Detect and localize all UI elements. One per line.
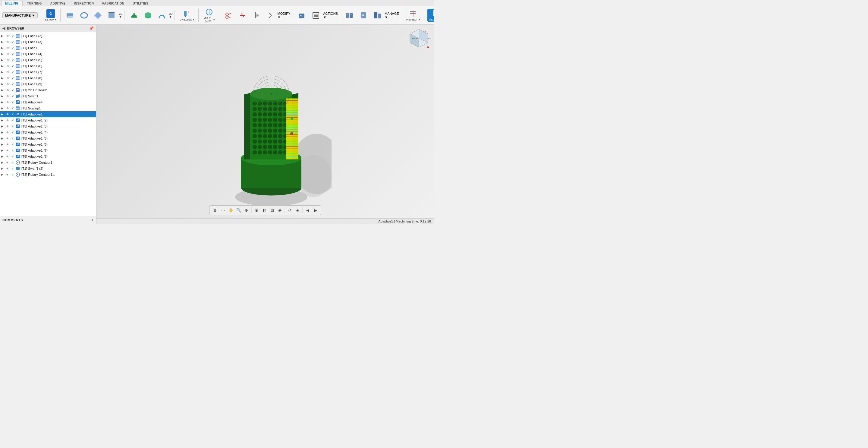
modify-item-1[interactable] bbox=[222, 10, 236, 20]
expand-arrow: ▶ bbox=[1, 89, 5, 92]
vbt-prev[interactable]: ◀ bbox=[304, 207, 311, 214]
svg-point-119 bbox=[273, 112, 277, 116]
sidebar-title: BROWSER bbox=[7, 27, 24, 30]
tree-item-t5_adaptive1_6[interactable]: ▶ 👁 ✔ [T5] Adaptive1 (6) bbox=[0, 141, 96, 147]
2d-item-1[interactable] bbox=[64, 10, 77, 20]
tree-item-t1_face5[interactable]: ▶ 👁 ✔ [T1] Face1 (5) bbox=[0, 57, 96, 63]
2d-item-3[interactable] bbox=[91, 10, 104, 20]
setup-button[interactable]: G SETUP ▼ bbox=[43, 9, 59, 22]
actions-item-2[interactable] bbox=[309, 10, 322, 20]
nav-cube[interactable]: Z RIGHT FRONT bbox=[407, 28, 431, 52]
check-icon: ✔ bbox=[10, 130, 15, 135]
eye-icon: 👁 bbox=[5, 154, 10, 158]
tree-item-t5_adaptive1_7[interactable]: ▶ 👁 ✔ [T5] Adaptive1 (7) bbox=[0, 147, 96, 153]
vbt-next[interactable]: ▶ bbox=[312, 207, 319, 214]
tree-item-t5_adaptive1[interactable]: ▶ 👁 ✔ [T5] Adaptive1 bbox=[0, 111, 96, 117]
tab-fabrication[interactable]: FABRICATION bbox=[98, 1, 128, 6]
vbt-appear[interactable]: ◈ bbox=[294, 207, 301, 214]
tab-additive[interactable]: ADDITIVE bbox=[46, 1, 70, 6]
vbt-orbit[interactable]: ↺ bbox=[286, 207, 293, 214]
group-select: SELECT ▼ bbox=[426, 9, 434, 22]
comments-add-button[interactable]: + bbox=[91, 217, 94, 223]
tree-item-t5_adaptive1_4[interactable]: ▶ 👁 ✔ [T5] Adaptive1 (4) bbox=[0, 129, 96, 136]
eye-icon: 👁 bbox=[5, 142, 10, 147]
2d-item-4[interactable] bbox=[105, 10, 119, 20]
modify-item-4[interactable] bbox=[264, 10, 277, 20]
tree-item-t1_swarf1[interactable]: ▶ 👁 ✔ [T1] Swarf1 bbox=[0, 93, 96, 99]
tree-item-t1_face7[interactable]: ▶ 👁 ✔ [T1] Face1 (7) bbox=[0, 69, 96, 75]
multiaxis-item-1[interactable]: MULTI-AXIS ▼ bbox=[202, 7, 217, 23]
tree-item-t1_swarf1_2[interactable]: ▶ 👁 ✔ [T1] Swarf1 (2) bbox=[0, 166, 96, 172]
tree-item-t1_face8[interactable]: ▶ 👁 ✔ [T1] Face1 (8) bbox=[0, 75, 96, 81]
vbt-fit[interactable]: ▭ bbox=[219, 207, 227, 214]
svg-point-151 bbox=[258, 139, 262, 144]
svg-point-147 bbox=[273, 134, 277, 138]
drilling-item-1[interactable]: + DRILLING ▼ bbox=[178, 9, 196, 22]
tree-item-t5_adaptive1_3[interactable]: ▶ 👁 ✔ [T5] Adaptive1 (3) bbox=[0, 123, 96, 129]
3d-item-1[interactable] bbox=[127, 10, 141, 20]
2d-item-2[interactable] bbox=[78, 10, 91, 20]
tree-item-t5_adaptive1_5[interactable]: ▶ 👁 ✔ [T5] Adaptive1 (5) bbox=[0, 136, 96, 141]
modify-item-2[interactable] bbox=[236, 10, 249, 20]
tree-item-t1_face1[interactable]: ▶ 👁 ✔ [T1] Face1 bbox=[0, 45, 96, 51]
vbt-zoom[interactable]: 🔍 bbox=[235, 207, 242, 214]
manage-item-1[interactable] bbox=[343, 10, 356, 20]
tree-item-t1_2dcontour2[interactable]: ▶ 👁 ✔ [T1] 2D Contour2 bbox=[0, 87, 96, 93]
eye-icon: 👁 bbox=[5, 130, 10, 135]
tree-item-t1_face2[interactable]: ▶ 👁 ✔ [T1] Face1 (2) bbox=[0, 33, 96, 39]
manage-item-3[interactable] bbox=[371, 10, 384, 20]
svg-rect-68 bbox=[16, 76, 20, 80]
tab-utilities[interactable]: UTILITIES bbox=[129, 1, 153, 6]
eye-icon: 👁 bbox=[5, 34, 10, 38]
manufacture-dropdown[interactable]: MANUFACTURE ▼ bbox=[2, 12, 38, 19]
drilling-icon-1: + bbox=[183, 9, 191, 18]
actions-item-1[interactable]: G1 G2 bbox=[296, 10, 309, 20]
svg-text:RIGHT: RIGHT bbox=[427, 38, 431, 39]
multiaxis-label: MULTI-AXIS ▼ bbox=[204, 17, 215, 23]
op-icon-face bbox=[15, 70, 21, 74]
sidebar-collapse-button[interactable]: ◀ bbox=[2, 26, 5, 30]
select-label: SELECT ▼ bbox=[429, 18, 434, 21]
check-icon: ✔ bbox=[10, 40, 15, 44]
tree-item-t5_scallop1[interactable]: ▶ 👁 ✔ [T5] Scallop1 bbox=[0, 105, 96, 111]
tree-item-t1_face9[interactable]: ▶ 👁 ✔ [T1] Face1 (9) bbox=[0, 81, 96, 87]
tree-item-t1_face4[interactable]: ▶ 👁 ✔ [T1] Face1 (4) bbox=[0, 51, 96, 57]
op-icon-swarf bbox=[15, 166, 21, 171]
vbt-nav1[interactable]: ⊕ bbox=[212, 207, 219, 214]
tree-item-t1_face3[interactable]: ▶ 👁 ✔ [T1] Face1 (3) bbox=[0, 39, 96, 45]
3d-item-3[interactable] bbox=[155, 10, 168, 20]
multiaxis-icon-1 bbox=[205, 8, 213, 16]
vbt-pan[interactable]: ✋ bbox=[227, 207, 235, 214]
op-icon-face bbox=[15, 76, 21, 81]
sidebar-pin-button[interactable]: 📌 bbox=[89, 26, 94, 30]
select-item-1[interactable]: SELECT ▼ bbox=[427, 9, 434, 22]
inspect-item-1[interactable]: INSPECT ▼ bbox=[404, 9, 422, 22]
vbt-view4[interactable]: ◉ bbox=[276, 207, 284, 214]
modify-item-3[interactable] bbox=[250, 10, 263, 20]
check-icon: ✔ bbox=[10, 136, 15, 141]
svg-point-124 bbox=[263, 118, 267, 122]
2d-icon-4 bbox=[107, 11, 116, 20]
tree-item-t5_adaptive1_2[interactable]: ▶ 👁 ✔ [T5] Adaptive1 (2) bbox=[0, 117, 96, 123]
viewport[interactable]: Z RIGHT FRONT ⊕ ▭ ✋ 🔍 ⊕ ▣ ◧ ▤ ◉ bbox=[96, 25, 434, 224]
vbt-view3[interactable]: ▤ bbox=[269, 207, 276, 214]
tab-milling[interactable]: MILLING bbox=[1, 1, 23, 6]
expand-arrow: ▶ bbox=[1, 125, 5, 128]
check-icon: ✔ bbox=[10, 64, 15, 68]
tree-item-t3_rotarycontour1[interactable]: ▶ 👁 ✔ [T3] Rotary Contour1... bbox=[0, 172, 96, 178]
vbt-view2[interactable]: ◧ bbox=[261, 207, 268, 214]
tab-turning[interactable]: TURNING bbox=[23, 1, 46, 6]
eye-icon: 👁 bbox=[5, 70, 10, 74]
op-icon-adaptive bbox=[15, 136, 21, 141]
svg-point-131 bbox=[263, 123, 267, 127]
3d-item-2[interactable] bbox=[141, 10, 155, 20]
svg-rect-65 bbox=[16, 70, 20, 74]
manage-item-2[interactable]: G bbox=[357, 10, 370, 20]
tree-item-t5_adaptive1_8[interactable]: ▶ 👁 ✔ [T5] Adaptive1 (8) bbox=[0, 153, 96, 159]
tab-inspection[interactable]: INSPECTION bbox=[70, 1, 98, 6]
vbt-zoomregion[interactable]: ⊕ bbox=[243, 207, 250, 214]
tree-item-t1_rotarycontour1[interactable]: ▶ 👁 ✔ [T1] Rotary Contour1 bbox=[0, 159, 96, 166]
tree-item-t1_face6[interactable]: ▶ 👁 ✔ [T1] Face1 (6) bbox=[0, 63, 96, 69]
vbt-view1[interactable]: ▣ bbox=[253, 207, 260, 214]
tree-item-t1_adaptive4[interactable]: ▶ 👁 ✔ [T1] Adaptive4 bbox=[0, 99, 96, 105]
